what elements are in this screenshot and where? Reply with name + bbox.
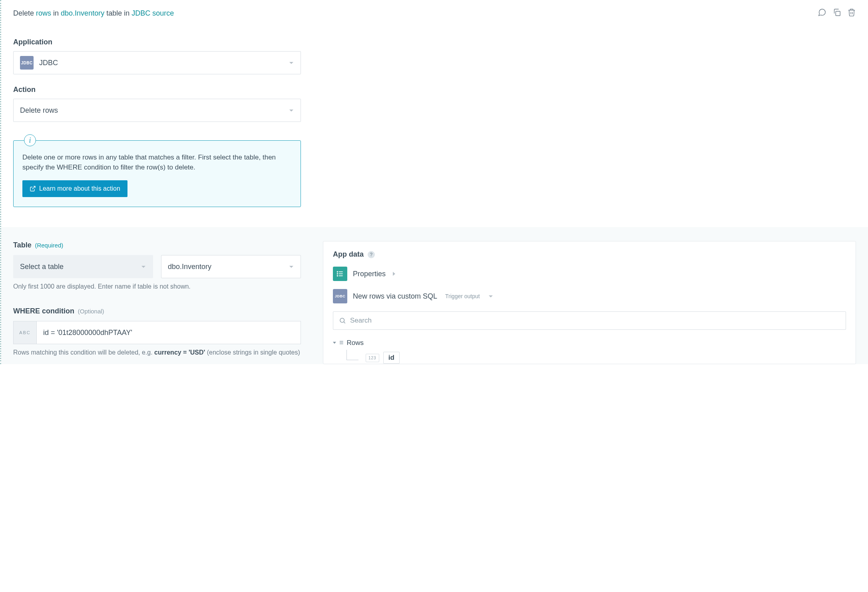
newrows-item[interactable]: JDBC New rows via custom SQL Trigger out… bbox=[333, 289, 846, 303]
svg-rect-0 bbox=[836, 11, 840, 16]
id-field-chip[interactable]: id bbox=[383, 352, 400, 364]
chevron-down-icon bbox=[333, 342, 336, 344]
search-input[interactable] bbox=[350, 317, 840, 325]
search-icon bbox=[339, 317, 346, 324]
chevron-down-icon bbox=[289, 62, 293, 64]
where-input[interactable] bbox=[36, 321, 301, 344]
panel-title: App data bbox=[333, 250, 364, 259]
chevron-down-icon bbox=[289, 110, 293, 112]
help-icon[interactable]: ? bbox=[368, 251, 375, 258]
table-label: Table bbox=[13, 241, 32, 249]
list-icon bbox=[333, 267, 347, 281]
svg-point-4 bbox=[337, 271, 338, 272]
svg-point-6 bbox=[337, 275, 338, 276]
properties-item[interactable]: Properties bbox=[333, 267, 846, 281]
svg-line-8 bbox=[344, 322, 345, 323]
where-hint: Rows matching this condition will be del… bbox=[13, 349, 301, 356]
optional-tag: (Optional) bbox=[78, 308, 104, 315]
action-label: Action bbox=[13, 86, 856, 94]
copy-icon[interactable] bbox=[832, 8, 841, 19]
info-callout: i Delete one or more rows in any table t… bbox=[13, 140, 301, 207]
chevron-right-icon bbox=[393, 272, 395, 276]
list-icon: ≡ bbox=[339, 339, 344, 347]
chevron-down-icon bbox=[141, 266, 145, 268]
rows-tree-node[interactable]: ≡ Rows bbox=[333, 339, 846, 347]
svg-point-7 bbox=[340, 318, 344, 323]
title-rows-link[interactable]: rows bbox=[36, 9, 51, 17]
search-input-wrap[interactable] bbox=[333, 311, 846, 330]
jdbc-icon: JDBC bbox=[20, 56, 34, 70]
title-table-link[interactable]: dbo.Inventory bbox=[61, 9, 104, 17]
svg-point-5 bbox=[337, 273, 338, 274]
required-tag: (Required) bbox=[35, 242, 63, 249]
chevron-down-icon bbox=[289, 266, 293, 268]
select-table-mode[interactable]: Select a table bbox=[13, 255, 153, 278]
app-data-panel: App data ? Properties JDBC New rows via … bbox=[323, 241, 856, 364]
external-link-icon bbox=[30, 185, 36, 192]
action-select[interactable]: Delete rows bbox=[13, 99, 301, 122]
jdbc-icon: JDBC bbox=[333, 289, 347, 303]
application-select[interactable]: JDBC JDBC bbox=[13, 51, 301, 74]
text-type-icon: ABC bbox=[13, 321, 36, 344]
table-hint: Only first 1000 are displayed. Enter nam… bbox=[13, 283, 301, 290]
info-text: Delete one or more rows in any table tha… bbox=[22, 153, 292, 172]
title-source-link[interactable]: JDBC source bbox=[131, 9, 174, 17]
tree-branch bbox=[346, 350, 358, 360]
type-number-icon: 123 bbox=[366, 354, 379, 362]
learn-more-button[interactable]: Learn more about this action bbox=[22, 180, 127, 197]
where-label: WHERE condition bbox=[13, 307, 74, 315]
delete-icon[interactable] bbox=[847, 8, 856, 19]
chevron-down-icon bbox=[489, 295, 493, 297]
page-title: Delete rows in dbo.Inventory table in JD… bbox=[13, 9, 174, 18]
table-select[interactable]: dbo.Inventory bbox=[161, 255, 301, 278]
info-icon: i bbox=[24, 134, 36, 146]
application-label: Application bbox=[13, 38, 856, 46]
comment-icon[interactable] bbox=[818, 8, 826, 19]
